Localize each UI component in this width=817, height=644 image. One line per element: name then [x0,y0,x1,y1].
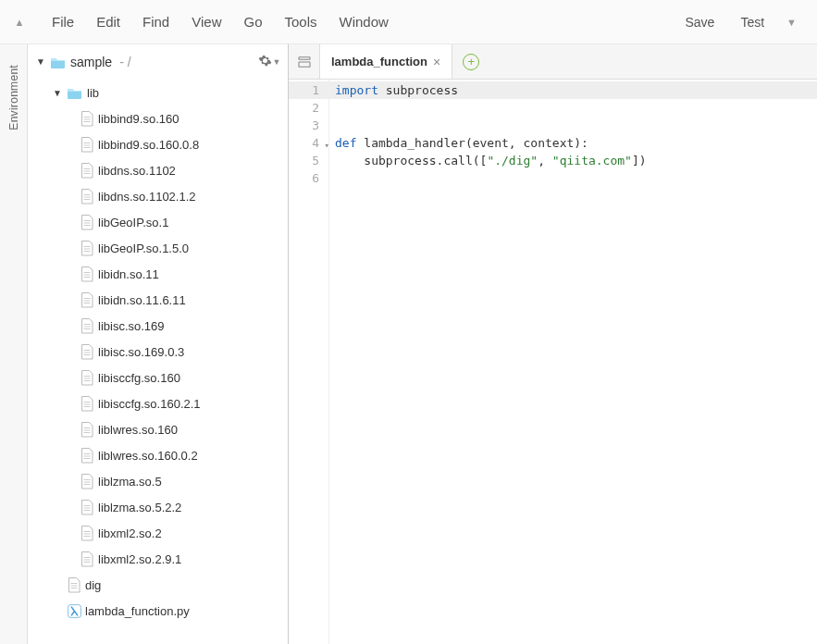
file-lambda-label: lambda_function.py [85,604,190,618]
menu-go[interactable]: Go [232,8,273,35]
code-editor[interactable]: 1 2 3 4▾ 5 6 import subprocess def lambd… [289,80,817,644]
file-icon [80,214,94,230]
file-row[interactable]: libdns.so.1102.1.2 [31,183,284,209]
settings-button[interactable]: ▼ [258,51,280,73]
file-label: liblwres.so.160.0.2 [98,449,198,463]
file-icon [80,499,94,515]
menu-file[interactable]: File [41,8,85,35]
file-icon [67,576,81,593]
file-icon [80,188,94,204]
file-row[interactable]: libidn.so.11 [31,261,284,287]
menu-edit[interactable]: Edit [85,8,131,35]
file-icon [80,110,94,127]
file-icon [80,395,94,412]
file-label: libGeoIP.so.1 [98,216,168,229]
code-line: def lambda_handler(event, context): [335,134,817,152]
file-dig-row[interactable]: dig [31,572,284,598]
file-row[interactable]: libidn.so.11.6.11 [31,287,284,313]
file-row[interactable]: libdns.so.1102 [31,157,284,183]
tab-title: lambda_function [331,55,427,68]
tree-header: ▼ sample - / ▼ [28,44,288,80]
file-row[interactable]: libisccfg.so.160 [31,365,284,390]
file-label: libisccfg.so.160.2.1 [98,397,201,411]
line-number: 1 [289,81,328,99]
file-dig-label: dig [85,578,101,592]
code-line [335,117,817,134]
test-button[interactable]: Test [729,9,775,35]
file-icon [80,447,94,464]
top-menu-bar: ▲ File Edit Find View Go Tools Window Sa… [0,0,817,44]
line-number: 4▾ [289,134,328,152]
file-row[interactable]: libisc.so.169.0.3 [31,339,284,365]
root-folder-label: sample [70,55,112,69]
menu-window[interactable]: Window [328,8,400,35]
folder-lib-label: lib [87,86,99,100]
file-label: libdns.so.1102.1.2 [98,190,196,204]
line-number: 5 [289,152,328,169]
file-row[interactable]: libisccfg.so.160.2.1 [31,390,284,416]
file-label: liblzma.so.5 [98,475,162,489]
file-label: libidn.so.11.6.11 [98,293,186,307]
file-row[interactable]: liblwres.so.160 [31,416,284,442]
line-number: 3 [289,117,328,134]
menu-tools[interactable]: Tools [273,8,328,35]
file-row[interactable]: libxml2.so.2 [31,520,284,546]
read-only-icon[interactable] [289,44,320,79]
top-right-actions: Save Test ▼ [675,9,811,35]
tab-lambda-function[interactable]: lambda_function × [320,44,452,79]
gutter: 1 2 3 4▾ 5 6 [289,80,329,644]
file-icon [80,240,94,256]
twisty-open-icon[interactable]: ▼ [35,56,46,67]
left-rail: Environment [0,44,28,644]
file-icon [80,421,94,438]
tab-bar: lambda_function × + [289,44,817,80]
line-number: 2 [289,99,328,117]
file-icon [80,343,94,360]
file-tree-panel: ▼ sample - / ▼ ▼ lib [28,44,289,644]
file-label: libidn.so.11 [98,267,159,281]
plus-icon: + [463,54,479,70]
code-line: subprocess.call(["./dig", "qiita.com"]) [335,152,817,169]
file-row[interactable]: libGeoIP.so.1 [31,209,284,235]
file-label: libbind9.so.160 [98,112,179,126]
environment-tab[interactable]: Environment [7,65,20,130]
file-row[interactable]: libbind9.so.160 [31,105,284,131]
file-icon [80,162,94,179]
svg-rect-1 [299,56,310,59]
twisty-open-icon[interactable]: ▼ [52,88,63,98]
file-icon [80,266,94,282]
file-icon [80,136,94,153]
new-tab-button[interactable]: + [452,44,489,79]
code-line: import subprocess [329,81,817,99]
code-line [335,169,817,187]
file-row[interactable]: liblwres.so.160.0.2 [31,442,284,468]
folder-lib-row[interactable]: ▼ lib [31,80,284,105]
collapse-icon[interactable]: ▲ [7,17,31,28]
save-button[interactable]: Save [675,9,726,35]
menu-find[interactable]: Find [131,8,180,35]
close-icon[interactable]: × [433,56,440,68]
chevron-down-icon: ▼ [273,57,281,67]
file-icon [80,551,94,567]
test-dropdown-caret-icon[interactable]: ▼ [779,11,804,33]
file-row[interactable]: liblzma.so.5 [31,468,284,494]
file-row[interactable]: libisc.so.169 [31,313,284,339]
code-lines[interactable]: import subprocess def lambda_handler(eve… [329,80,817,644]
tree-root-row[interactable]: ▼ sample - / [35,55,258,69]
file-icon [80,525,94,541]
file-label: libbind9.so.160.0.8 [98,138,199,152]
file-icon [80,291,94,308]
menu-view[interactable]: View [180,8,232,35]
file-row[interactable]: libbind9.so.160.0.8 [31,131,284,157]
root-folder-suffix: - / [119,55,130,69]
file-label: libxml2.so.2 [98,526,162,540]
menu-items: File Edit Find View Go Tools Window [41,8,400,35]
file-row[interactable]: liblzma.so.5.2.2 [31,494,284,520]
file-row[interactable]: libGeoIP.so.1.5.0 [31,235,284,261]
file-lambda-row[interactable]: lambda_function.py [31,598,284,624]
folder-open-icon [50,56,67,68]
file-icon [80,473,94,489]
file-row[interactable]: libxml2.so.2.9.1 [31,546,284,572]
code-line [335,99,817,117]
file-label: liblzma.so.5.2.2 [98,501,181,514]
